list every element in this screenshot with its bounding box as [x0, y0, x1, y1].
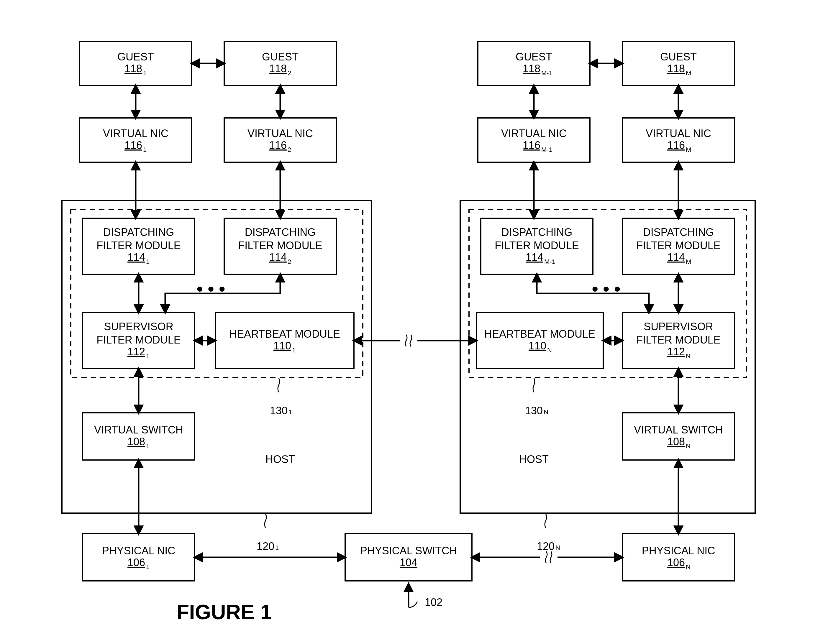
dfm-m1-sub: M-1: [544, 258, 555, 265]
pnic-1-ref: 106: [127, 556, 145, 569]
dashed-ref-n-sub: N: [544, 408, 548, 416]
break-hbm: [405, 335, 412, 347]
vnic-1-ref: 116: [124, 139, 142, 151]
vswitch-n-label: VIRTUAL SWITCH: [634, 424, 723, 436]
vnic-2-sub: 2: [288, 146, 291, 153]
vnic-2-label: VIRTUAL NIC: [248, 127, 313, 140]
pnic-1-sub: 1: [146, 563, 150, 570]
guest-m-label: GUEST: [660, 51, 697, 63]
vnic-m1-sub: M-1: [541, 146, 553, 153]
pnic-n-sub: N: [686, 563, 690, 570]
hbm-1-sub: 1: [292, 347, 296, 354]
vnic-m1-ref: 116: [523, 139, 540, 151]
sfm-n-sub: N: [686, 352, 690, 360]
dfm-m-l1: DISPATCHING: [643, 226, 714, 238]
host-ref-n-sub: N: [555, 544, 560, 551]
dashed-ref-n: 130: [525, 405, 543, 417]
hbm-n-ref: 110: [529, 340, 546, 352]
dfm-2-ref: 114: [269, 251, 287, 263]
dfm-m1-l2: FILTER MODULE: [495, 239, 579, 252]
pnic-n-ref: 106: [667, 556, 685, 569]
dfm-1-sub: 1: [146, 258, 150, 265]
dfm-m-ref: 114: [667, 251, 685, 263]
system-ref: 102: [425, 596, 442, 608]
break-switch-pnicn: [545, 551, 552, 563]
dfm-m1-l1: DISPATCHING: [502, 226, 572, 238]
sfm-1-l2: FILTER MODULE: [96, 334, 180, 346]
guest-m1-sub: M-1: [541, 69, 553, 77]
vnic-m-ref: 116: [667, 139, 685, 151]
vswitch-1-label: VIRTUAL SWITCH: [94, 424, 183, 436]
guest-2-label: GUEST: [262, 51, 299, 63]
dfm-1-l1: DISPATCHING: [103, 226, 174, 238]
guest-2-ref: 118: [269, 63, 287, 75]
diagram-root: GUEST 118 1 GUEST 118 2 VIRTUAL NIC 116 …: [0, 0, 833, 644]
physical-switch-label: PHYSICAL SWITCH: [360, 544, 457, 557]
dfm-m1-ref: 114: [526, 251, 544, 263]
vswitch-1-ref: 108: [127, 435, 145, 448]
vnic-m-label: VIRTUAL NIC: [646, 127, 711, 140]
host-label-right: HOST: [519, 453, 548, 465]
dashed-ref-1: 130: [270, 405, 288, 417]
host-ref-1-sub: 1: [275, 544, 279, 551]
ellipsis-right: • • •: [592, 279, 620, 299]
hbm-1-ref: 110: [273, 340, 291, 352]
guest-m-sub: M: [686, 69, 691, 77]
dfm-1-ref: 114: [127, 251, 145, 263]
dfm-2-l2: FILTER MODULE: [238, 239, 322, 252]
guest-1-sub: 1: [143, 69, 146, 77]
hbm-n-label: HEARTBEAT MODULE: [484, 328, 595, 340]
ellipsis-left: • • •: [197, 279, 225, 299]
dfm-2-l1: DISPATCHING: [245, 226, 316, 238]
vswitch-1-sub: 1: [146, 442, 150, 450]
guest-1-label: GUEST: [117, 51, 154, 63]
sfm-1-ref: 112: [127, 345, 145, 358]
dfm-1-l2: FILTER MODULE: [96, 239, 180, 252]
vswitch-n-ref: 108: [667, 435, 685, 448]
hook-102: [408, 602, 417, 607]
guest-1-ref: 118: [124, 63, 142, 75]
vnic-1-sub: 1: [143, 146, 146, 153]
sfm-1-l1: SUPERVISOR: [104, 321, 173, 332]
pnic-1-label: PHYSICAL NIC: [102, 544, 175, 557]
dfm-m-l2: FILTER MODULE: [636, 239, 720, 252]
sfm-n-l2: FILTER MODULE: [636, 334, 720, 346]
guest-2-sub: 2: [288, 69, 291, 77]
host-label-left: HOST: [265, 453, 295, 465]
sfm-n-ref: 112: [667, 345, 685, 358]
leader-120-n: [545, 514, 547, 528]
sfm-1-sub: 1: [146, 352, 150, 360]
dfm-2-sub: 2: [288, 258, 291, 265]
physical-switch-ref: 104: [400, 556, 417, 569]
vnic-m1-label: VIRTUAL NIC: [501, 127, 567, 140]
vnic-m-sub: M: [686, 146, 691, 153]
pnic-n-label: PHYSICAL NIC: [642, 544, 715, 557]
dfm-m-sub: M: [686, 258, 691, 265]
guest-m1-ref: 118: [523, 63, 540, 75]
guest-m1-label: GUEST: [516, 51, 552, 63]
sfm-n-l1: SUPERVISOR: [643, 321, 713, 332]
hbm-n-sub: N: [547, 347, 552, 354]
host-ref-n: 120: [537, 540, 555, 552]
vswitch-n-sub: N: [686, 442, 690, 450]
host-ref-1: 120: [257, 540, 274, 552]
figure-title: FIGURE 1: [177, 601, 272, 624]
hbm-1-label: HEARTBEAT MODULE: [229, 328, 340, 340]
vnic-1-label: VIRTUAL NIC: [103, 127, 169, 140]
dashed-ref-1-sub: 1: [288, 408, 292, 416]
leader-120-1: [265, 514, 266, 528]
guest-m-ref: 118: [667, 63, 685, 75]
vnic-2-ref: 116: [269, 139, 287, 151]
